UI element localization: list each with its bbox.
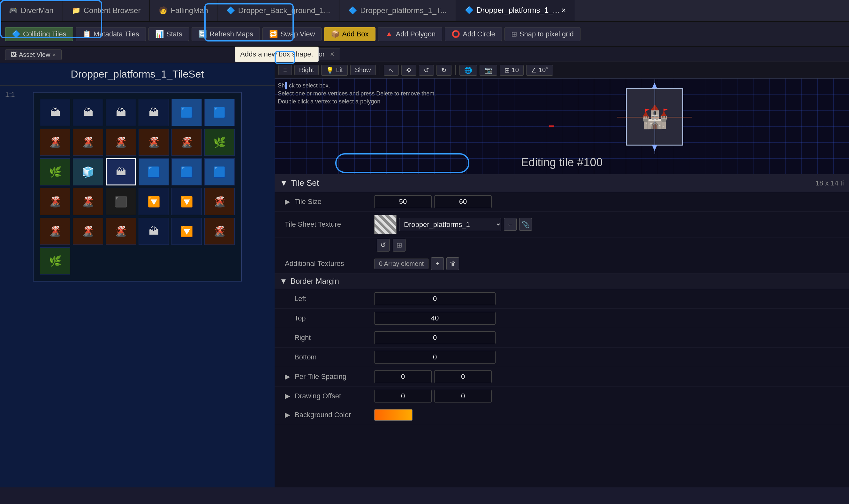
tile-12[interactable]: 🌿 — [40, 158, 70, 185]
metadata-tiles-button[interactable]: 📋 Metadata Tiles — [76, 27, 146, 41]
tile-19[interactable]: 🌋 — [73, 188, 103, 215]
drawing-offset-x-input[interactable] — [374, 390, 432, 402]
tile-33[interactable] — [139, 247, 169, 274]
tile-size-x-input[interactable] — [374, 195, 432, 208]
tab-dropper-bg[interactable]: 🔷 Dropper_Back_ground_1... — [217, 0, 339, 21]
border-bottom-input[interactable] — [374, 351, 496, 363]
tile-16[interactable]: 🟦 — [172, 158, 202, 185]
rotate-cw-button[interactable]: ↻ — [437, 65, 452, 76]
texture-browse-button[interactable]: ← — [504, 218, 517, 231]
stats-button[interactable]: 📊 Stats — [148, 27, 189, 41]
tile-15[interactable]: 🟦 — [139, 158, 169, 185]
background-color-swatch[interactable] — [374, 409, 412, 421]
cursor-tool-button[interactable]: ↖ — [384, 65, 399, 76]
swap-view-button[interactable]: 🔁 Swap View — [263, 27, 321, 41]
tile-11[interactable]: 🌿 — [204, 129, 235, 156]
tile-13[interactable]: 🧊 — [73, 158, 103, 185]
tile-34[interactable] — [172, 247, 202, 274]
tab-fallingman[interactable]: 🧑 FallingMan — [150, 0, 217, 21]
editing-tile-label: Editing tile #100 — [275, 156, 849, 169]
border-right-input[interactable] — [374, 331, 496, 344]
tile-26[interactable]: 🌋 — [106, 218, 136, 245]
tab-dropper-plat-active[interactable]: 🔷 Dropper_platforms_1_... × — [456, 0, 575, 21]
tileset-grid[interactable]: 🏔 🏔 🏔 🏔 🟦 🟦 🌋 🌋 🌋 🌋 🌋 🌿 🌿 🧊 🏔 🟦 🟦 — [33, 92, 242, 282]
add-box-icon: 📦 — [331, 30, 339, 38]
texture-use-selected-button[interactable]: 📎 — [519, 218, 532, 231]
tile-20[interactable]: ⬛ — [106, 188, 136, 215]
rotate-ccw-button[interactable]: ↺ — [419, 65, 434, 76]
tile-1[interactable]: 🏔 — [73, 99, 103, 126]
texture-grid-button[interactable]: ⊞ — [393, 239, 406, 252]
tile-editor-header: ⊞ Tile Editor ✕ — [275, 47, 849, 62]
refresh-maps-button[interactable]: 🔄 Refresh Maps — [192, 27, 260, 41]
tile-29[interactable]: 🌋 — [204, 218, 235, 245]
per-tile-spacing-x-input[interactable] — [374, 370, 432, 383]
tile-18[interactable]: 🌋 — [40, 188, 70, 215]
tile-set-section-header[interactable]: ▼ Tile Set 18 x 14 ti — [275, 174, 849, 192]
add-texture-button[interactable]: + — [431, 257, 444, 270]
tile-25[interactable]: 🌋 — [73, 218, 103, 245]
content-browser-icon: 📁 — [72, 6, 81, 15]
tile-3[interactable]: 🏔 — [139, 99, 169, 126]
asset-view-button[interactable]: 🖼 Asset View ✕ — [5, 50, 61, 60]
snap-to-grid-button[interactable]: ⊞ Snap to pixel grid — [505, 27, 581, 41]
tile-14[interactable]: 🏔 — [106, 158, 136, 185]
tab-dropper-plat-active-label: Dropper_platforms_1_... × — [477, 6, 566, 15]
border-top-input[interactable] — [374, 312, 496, 325]
texture-actions-row: ↺ ⊞ — [275, 237, 849, 254]
background-color-value — [374, 409, 844, 421]
tile-35[interactable] — [204, 247, 235, 274]
additional-textures-row: Additional Textures 0 Array element + 🗑 — [275, 254, 849, 273]
move-tool-button[interactable]: ✥ — [401, 65, 417, 76]
tile-30[interactable]: 🌿 — [40, 247, 70, 274]
close-asset-view-icon[interactable]: ✕ — [52, 52, 56, 57]
delete-texture-button[interactable]: 🗑 — [446, 257, 459, 270]
tile-size-y-input[interactable] — [434, 195, 492, 208]
tile-5[interactable]: 🟦 — [204, 99, 235, 126]
globe-button[interactable]: 🌐 — [459, 65, 477, 76]
tab-content-browser[interactable]: 📁 Content Browser — [63, 0, 150, 21]
border-left-input[interactable] — [374, 292, 496, 305]
colliding-tiles-button[interactable]: 🔷 Colliding Tiles — [5, 27, 73, 41]
tile-7[interactable]: 🌋 — [73, 129, 103, 156]
camera-button[interactable]: 📷 — [480, 65, 497, 76]
tab-dropper-plat-t[interactable]: 🔷 Dropper_platforms_1_T... — [339, 0, 456, 21]
tile-4[interactable]: 🟦 — [172, 99, 202, 126]
texture-dropdown[interactable]: Dropper_platforms_1 — [399, 218, 501, 231]
tile-27[interactable]: 🏔 — [139, 218, 169, 245]
tile-23[interactable]: 🌋 — [204, 188, 235, 215]
tile-6[interactable]: 🌋 — [40, 129, 70, 156]
tile-28[interactable]: 🔽 — [172, 218, 202, 245]
tile-0[interactable]: 🏔 — [40, 99, 70, 126]
add-circle-button[interactable]: ⭕ Add Circle — [445, 27, 501, 41]
texture-refresh-button[interactable]: ↺ — [377, 239, 390, 252]
tile-17[interactable]: 🟦 — [204, 158, 235, 185]
add-box-button[interactable]: 📦 Add Box — [324, 27, 375, 41]
tab-diverman[interactable]: 🎮 DiverMan — [0, 0, 63, 21]
tile-22[interactable]: 🔽 — [172, 188, 202, 215]
view-right-button[interactable]: Right — [295, 65, 319, 75]
per-tile-spacing-y-input[interactable] — [434, 370, 492, 383]
add-polygon-button[interactable]: 🔺 Add Polygon — [378, 27, 443, 41]
border-margin-section-header[interactable]: ▼ Border Margin — [275, 273, 849, 289]
hamburger-button[interactable]: ≡ — [279, 65, 292, 75]
tile-8[interactable]: 🌋 — [106, 129, 136, 156]
close-tile-editor-icon[interactable]: ✕ — [330, 51, 335, 58]
tile-21[interactable]: 🔽 — [139, 188, 169, 215]
tile-size-row: ▶ Tile Size — [275, 192, 849, 212]
lit-button[interactable]: 💡 Lit — [321, 65, 348, 76]
drawing-offset-label: ▶ Drawing Offset — [285, 392, 374, 400]
angle-button[interactable]: ∠ 10° — [526, 65, 553, 76]
add-circle-label: Add Circle — [463, 30, 495, 38]
per-tile-expand-icon: ▶ — [285, 373, 290, 380]
tile-2[interactable]: 🏔 — [106, 99, 136, 126]
drawing-offset-y-input[interactable] — [434, 390, 492, 402]
tile-9[interactable]: 🌋 — [139, 129, 169, 156]
tile-24[interactable]: 🌋 — [40, 218, 70, 245]
tile-10[interactable]: 🌋 — [172, 129, 202, 156]
grid-button[interactable]: ⊞ 10 — [500, 65, 524, 76]
show-button[interactable]: Show — [350, 65, 376, 75]
tile-32[interactable] — [106, 247, 136, 274]
cursor-icon: ↖ — [389, 66, 394, 74]
tile-31[interactable] — [73, 247, 103, 274]
